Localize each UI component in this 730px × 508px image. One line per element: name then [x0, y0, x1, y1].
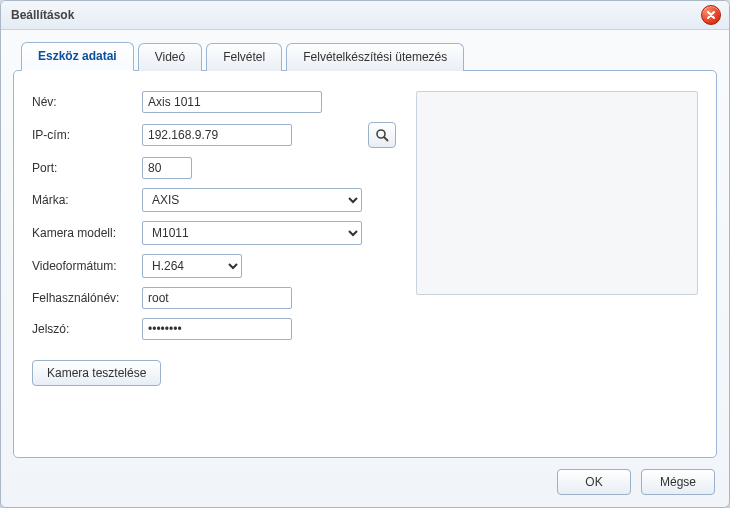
name-input[interactable] [142, 91, 322, 113]
titlebar: Beállítások [1, 1, 729, 30]
tab-panel-device-data: Név: IP-cím: Port: Márka: [13, 70, 717, 458]
ip-input[interactable] [142, 124, 292, 146]
model-select[interactable]: M1011 [142, 221, 362, 245]
search-icon [375, 128, 389, 142]
label-port: Port: [32, 161, 142, 175]
label-password: Jelszó: [32, 322, 142, 336]
tab-label: Felvételkészítési ütemezés [303, 50, 447, 64]
label-ip: IP-cím: [32, 128, 142, 142]
test-camera-button[interactable]: Kamera tesztelése [32, 360, 161, 386]
tab-label: Felvétel [223, 50, 265, 64]
video-format-select[interactable]: H.264 [142, 254, 242, 278]
password-input[interactable] [142, 318, 292, 340]
tab-strip: Eszköz adatai Videó Felvétel Felvételkés… [13, 41, 717, 70]
window-body: Eszköz adatai Videó Felvétel Felvételkés… [1, 29, 729, 507]
port-input[interactable] [142, 157, 192, 179]
tab-label: Eszköz adatai [38, 49, 117, 63]
dialog-footer: OK Mégse [557, 469, 715, 495]
close-button[interactable] [701, 5, 721, 25]
button-label: OK [585, 475, 602, 489]
label-model: Kamera modell: [32, 226, 142, 240]
settings-window: Beállítások Eszköz adatai Videó Felvétel… [0, 0, 730, 508]
label-format: Videoformátum: [32, 259, 142, 273]
tab-device-data[interactable]: Eszköz adatai [21, 42, 134, 71]
window-title: Beállítások [11, 1, 74, 29]
brand-select[interactable]: AXIS [142, 188, 362, 212]
close-icon [706, 10, 716, 20]
username-input[interactable] [142, 287, 292, 309]
ok-button[interactable]: OK [557, 469, 631, 495]
svg-line-1 [384, 137, 388, 141]
label-brand: Márka: [32, 193, 142, 207]
discover-button[interactable] [368, 122, 396, 148]
tab-video[interactable]: Videó [138, 43, 202, 71]
label-name: Név: [32, 95, 142, 109]
label-username: Felhasználónév: [32, 291, 142, 305]
camera-preview-area [416, 91, 698, 295]
button-label: Mégse [660, 475, 696, 489]
tab-label: Videó [155, 50, 185, 64]
button-label: Kamera tesztelése [47, 366, 146, 380]
tab-recording[interactable]: Felvétel [206, 43, 282, 71]
cancel-button[interactable]: Mégse [641, 469, 715, 495]
tab-schedule[interactable]: Felvételkészítési ütemezés [286, 43, 464, 71]
